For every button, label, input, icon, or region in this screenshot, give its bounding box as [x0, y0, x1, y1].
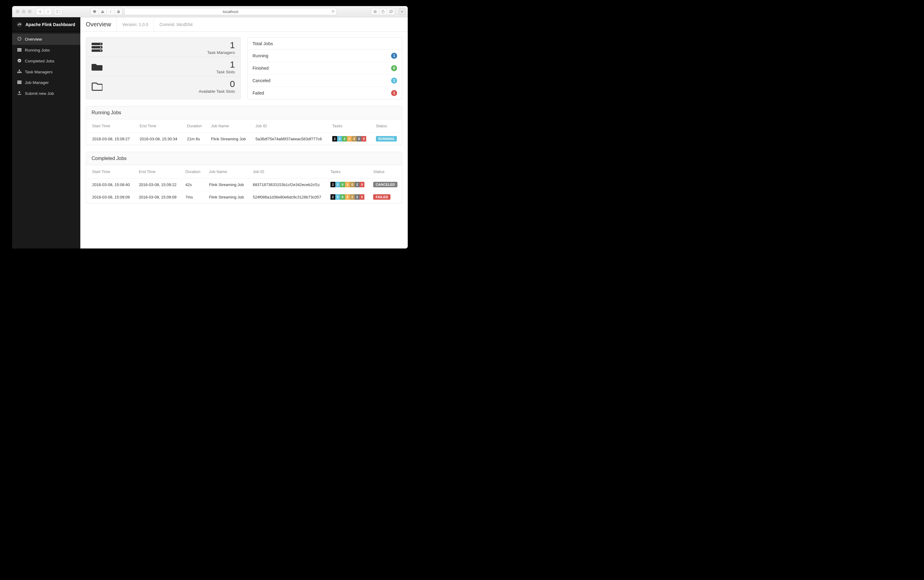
window-max-dot[interactable] [28, 10, 31, 13]
sidebar-item-label: Running Jobs [25, 48, 50, 53]
sidebar-item-completed-jobs[interactable]: Completed Jobs [12, 56, 80, 67]
download-icon[interactable] [371, 8, 379, 15]
column-header: Duration [181, 165, 205, 178]
table-row[interactable]: 2016-03-08, 15:08:402016-03-08, 15:09:22… [86, 178, 402, 191]
sidebar-item-task-managers[interactable]: Task Managers [12, 67, 80, 77]
task-badge: 0 [356, 136, 361, 142]
stat-value: 1 [107, 41, 235, 50]
server-icon [17, 80, 22, 85]
completed-jobs-title: Completed Jobs [86, 152, 402, 165]
task-badges: 2000020 [330, 194, 365, 200]
task-managers-icon [92, 43, 103, 53]
total-jobs-row: Running1 [248, 50, 402, 62]
sidebar: Apache Flink Dashboard OverviewRunning J… [12, 17, 80, 249]
back-button[interactable] [36, 8, 44, 15]
task-badges: 2000020 [330, 182, 365, 187]
cell-jobname: Flink Streaming Job [207, 133, 251, 145]
sidebar-item-label: Task Managers [25, 70, 53, 74]
list-icon [17, 48, 22, 53]
column-header: Tasks [328, 119, 372, 133]
task-badge: 0 [340, 182, 345, 187]
running-jobs-title: Running Jobs [86, 106, 402, 119]
cluster-stats-card: 1Task Managers1Task Slots0Available Task… [86, 37, 241, 99]
info-icon[interactable]: I [106, 8, 114, 15]
task-badge: 0 [335, 182, 340, 187]
status-badge: RUNNING [376, 136, 397, 142]
svg-rect-0 [56, 10, 60, 13]
cell-jobname: Flink Streaming Job [205, 178, 249, 191]
running-jobs-table: Start TimeEnd TimeDurationJob NameJob ID… [86, 119, 402, 145]
cell-start: 2016-03-08, 15:09:27 [86, 133, 135, 145]
sidebar-item-label: Job Manager [25, 80, 49, 85]
cell-duration: 42s [181, 178, 205, 191]
total-jobs-label: Failed [252, 91, 264, 96]
cell-tasks: 2000020 [326, 178, 369, 191]
reload-icon[interactable]: ⟳ [332, 9, 335, 14]
total-jobs-row: Canceled1 [248, 74, 402, 87]
sidebar-toggle[interactable] [54, 8, 63, 15]
sidebar-item-submit-job[interactable]: Submit new Job [12, 88, 80, 99]
svg-rect-22 [17, 83, 21, 84]
task-slots-icon [92, 62, 103, 72]
task-badges: 2020000 [332, 136, 368, 142]
task-badge: 0 [351, 136, 356, 142]
total-jobs-title: Total Jobs [248, 38, 402, 50]
svg-rect-17 [17, 72, 18, 73]
window-close-dot[interactable] [16, 10, 20, 13]
total-jobs-label: Finished [252, 66, 269, 71]
stat-label: Task Slots [107, 70, 235, 74]
sidebar-item-label: Overview [25, 37, 42, 41]
svg-rect-21 [17, 82, 21, 83]
upload-icon [17, 91, 22, 96]
cell-status: FAILED [369, 191, 402, 203]
task-badge: 0 [345, 194, 350, 200]
svg-rect-4 [117, 11, 120, 13]
task-badge: 2 [330, 182, 335, 187]
column-header: Job Name [207, 119, 251, 133]
topbar: Overview Version: 1.0.0 Commit: 94cd554 [80, 17, 408, 32]
page-title: Overview [80, 17, 117, 31]
table-row[interactable]: 2016-03-08, 15:09:092016-03-08, 15:09:09… [86, 191, 402, 203]
running-jobs-panel: Running Jobs Start TimeEnd TimeDurationJ… [86, 106, 402, 145]
svg-point-27 [100, 47, 101, 48]
url-bar[interactable]: localhost ⟳ [124, 8, 337, 15]
task-badge: 2 [355, 182, 360, 187]
svg-rect-16 [19, 70, 20, 71]
browser-chrome: I localhost ⟳ + [12, 6, 408, 17]
count-badge: 0 [391, 65, 397, 71]
column-header: Duration [183, 119, 207, 133]
sidebar-item-job-manager[interactable]: Job Manager [12, 77, 80, 88]
warning-icon[interactable] [99, 8, 106, 15]
share-icon[interactable] [379, 8, 387, 15]
lock-icon[interactable] [114, 8, 122, 15]
forward-button[interactable] [44, 8, 52, 15]
cell-jobname: Flink Streaming Job [205, 191, 249, 203]
stat-label: Task Managers [107, 50, 235, 55]
task-badge: 0 [360, 194, 365, 200]
cell-status: RUNNING [372, 133, 402, 145]
task-badge: 0 [347, 136, 351, 142]
column-header: Start Time [86, 165, 135, 178]
task-badge: 2 [355, 194, 360, 200]
window-min-dot[interactable] [22, 10, 25, 13]
cell-tasks: 2020000 [328, 133, 372, 145]
task-badge: 0 [360, 182, 365, 187]
task-badge: 0 [337, 136, 342, 142]
stat-value: 1 [107, 60, 235, 69]
sidebar-item-overview[interactable]: Overview [12, 34, 80, 45]
sidebar-item-running-jobs[interactable]: Running Jobs [12, 45, 80, 56]
cell-start: 2016-03-08, 15:09:09 [86, 191, 135, 203]
task-badge: 2 [342, 136, 347, 142]
cell-end: 2016-03-08, 15:09:22 [135, 178, 181, 191]
stat-row: 0Available Task Slots [86, 76, 240, 96]
toolbar-icons: I [90, 8, 122, 15]
tabs-icon[interactable] [387, 8, 395, 15]
task-badge: 0 [345, 182, 350, 187]
svg-rect-12 [17, 48, 21, 49]
status-badge: FAILED [373, 194, 391, 200]
new-tab-button[interactable]: + [399, 8, 405, 15]
shield-icon[interactable] [91, 8, 99, 15]
dashboard-icon [17, 37, 22, 42]
cell-tasks: 2000020 [326, 191, 369, 203]
table-row[interactable]: 2016-03-08, 15:09:272016-03-08, 15:30:34… [86, 133, 402, 145]
